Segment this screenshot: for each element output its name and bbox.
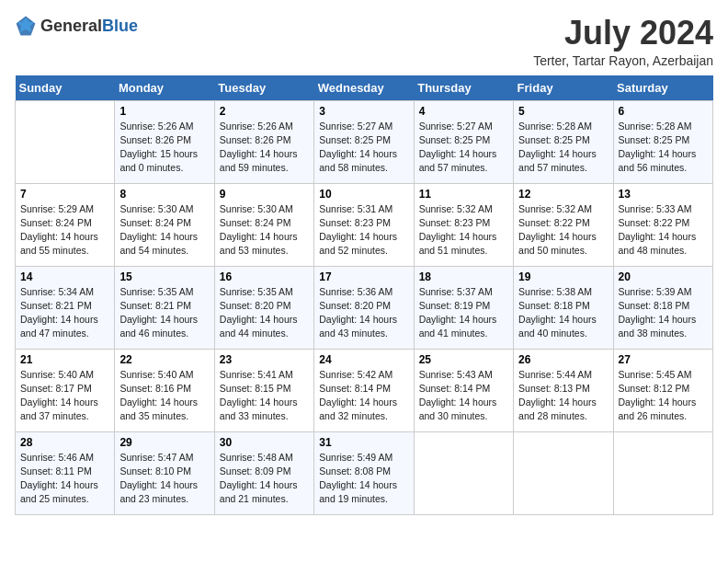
calendar-cell: 8Sunrise: 5:30 AMSunset: 8:24 PMDaylight… [115,183,214,266]
weekday-header: Saturday [613,75,712,101]
day-info: Sunrise: 5:33 AMSunset: 8:22 PMDaylight:… [619,203,697,257]
calendar-cell: 18Sunrise: 5:37 AMSunset: 8:19 PMDayligh… [414,266,513,349]
day-info: Sunrise: 5:32 AMSunset: 8:23 PMDaylight:… [419,203,497,257]
calendar-cell: 2Sunrise: 5:26 AMSunset: 8:26 PMDaylight… [214,100,313,183]
day-number: 12 [518,188,608,201]
calendar-cell: 12Sunrise: 5:32 AMSunset: 8:22 PMDayligh… [514,183,613,266]
day-info: Sunrise: 5:27 AMSunset: 8:25 PMDaylight:… [419,121,497,174]
day-info: Sunrise: 5:26 AMSunset: 8:26 PMDaylight:… [220,121,298,174]
day-info: Sunrise: 5:36 AMSunset: 8:20 PMDaylight:… [319,286,397,339]
calendar-cell: 25Sunrise: 5:43 AMSunset: 8:14 PMDayligh… [414,349,513,431]
calendar-cell: 9Sunrise: 5:30 AMSunset: 8:24 PMDaylight… [214,183,313,266]
day-number: 28 [20,436,109,449]
day-number: 6 [619,105,708,118]
calendar-cell: 23Sunrise: 5:41 AMSunset: 8:15 PMDayligh… [214,349,313,431]
calendar-cell: 31Sunrise: 5:49 AMSunset: 8:08 PMDayligh… [314,431,414,514]
day-info: Sunrise: 5:31 AMSunset: 8:23 PMDaylight:… [319,203,397,257]
day-number: 1 [119,105,209,118]
calendar-cell: 10Sunrise: 5:31 AMSunset: 8:23 PMDayligh… [314,183,414,266]
title-area: July 2024 Terter, Tartar Rayon, Azerbaij… [533,15,713,68]
day-number: 30 [220,436,309,449]
day-number: 3 [319,105,408,118]
day-info: Sunrise: 5:46 AMSunset: 8:11 PMDaylight:… [20,452,98,505]
day-number: 8 [119,188,209,201]
calendar-cell: 7Sunrise: 5:29 AMSunset: 8:24 PMDaylight… [16,183,115,266]
day-info: Sunrise: 5:28 AMSunset: 8:25 PMDaylight:… [619,121,697,174]
calendar-week-row: 21Sunrise: 5:40 AMSunset: 8:17 PMDayligh… [16,349,713,431]
day-info: Sunrise: 5:45 AMSunset: 8:12 PMDaylight:… [619,369,697,422]
calendar-cell: 19Sunrise: 5:38 AMSunset: 8:18 PMDayligh… [514,266,613,349]
day-number: 31 [319,436,408,449]
weekday-header: Tuesday [214,75,313,101]
day-info: Sunrise: 5:37 AMSunset: 8:19 PMDaylight:… [419,286,497,339]
logo-text-general: General [40,17,102,35]
day-number: 26 [518,353,608,366]
day-number: 22 [119,353,209,366]
day-info: Sunrise: 5:29 AMSunset: 8:24 PMDaylight:… [20,203,98,257]
day-info: Sunrise: 5:47 AMSunset: 8:10 PMDaylight:… [119,452,198,505]
calendar-week-row: 1Sunrise: 5:26 AMSunset: 8:26 PMDaylight… [16,100,713,183]
day-number: 17 [319,270,408,283]
calendar-cell: 17Sunrise: 5:36 AMSunset: 8:20 PMDayligh… [314,266,414,349]
day-info: Sunrise: 5:26 AMSunset: 8:26 PMDaylight:… [119,121,198,174]
weekday-header: Wednesday [314,75,414,101]
day-info: Sunrise: 5:30 AMSunset: 8:24 PMDaylight:… [119,203,198,257]
day-info: Sunrise: 5:44 AMSunset: 8:13 PMDaylight:… [518,369,597,422]
day-info: Sunrise: 5:40 AMSunset: 8:16 PMDaylight:… [119,369,198,422]
day-info: Sunrise: 5:49 AMSunset: 8:08 PMDaylight:… [319,452,397,505]
calendar-cell [414,431,513,514]
calendar-cell: 11Sunrise: 5:32 AMSunset: 8:23 PMDayligh… [414,183,513,266]
day-info: Sunrise: 5:34 AMSunset: 8:21 PMDaylight:… [20,286,98,339]
calendar-cell: 14Sunrise: 5:34 AMSunset: 8:21 PMDayligh… [16,266,115,349]
calendar-week-row: 14Sunrise: 5:34 AMSunset: 8:21 PMDayligh… [16,266,713,349]
day-info: Sunrise: 5:38 AMSunset: 8:18 PMDaylight:… [518,286,597,339]
calendar-cell: 20Sunrise: 5:39 AMSunset: 8:18 PMDayligh… [613,266,712,349]
logo: GeneralBlue [15,15,138,37]
day-number: 14 [20,270,109,283]
weekday-header-row: SundayMondayTuesdayWednesdayThursdayFrid… [16,75,713,101]
day-number: 7 [20,188,109,201]
calendar-cell [16,100,115,183]
day-info: Sunrise: 5:35 AMSunset: 8:21 PMDaylight:… [119,286,198,339]
calendar-cell: 27Sunrise: 5:45 AMSunset: 8:12 PMDayligh… [613,349,712,431]
day-info: Sunrise: 5:41 AMSunset: 8:15 PMDaylight:… [220,369,298,422]
calendar-cell: 6Sunrise: 5:28 AMSunset: 8:25 PMDaylight… [613,100,712,183]
calendar-cell: 28Sunrise: 5:46 AMSunset: 8:11 PMDayligh… [16,431,115,514]
calendar-cell: 16Sunrise: 5:35 AMSunset: 8:20 PMDayligh… [214,266,313,349]
calendar-week-row: 7Sunrise: 5:29 AMSunset: 8:24 PMDaylight… [16,183,713,266]
day-number: 23 [220,353,309,366]
calendar-cell: 26Sunrise: 5:44 AMSunset: 8:13 PMDayligh… [514,349,613,431]
day-number: 18 [419,270,508,283]
calendar-cell: 22Sunrise: 5:40 AMSunset: 8:16 PMDayligh… [115,349,214,431]
day-number: 4 [419,105,508,118]
day-number: 13 [619,188,708,201]
day-info: Sunrise: 5:40 AMSunset: 8:17 PMDaylight:… [20,369,98,422]
day-info: Sunrise: 5:43 AMSunset: 8:14 PMDaylight:… [419,369,497,422]
day-info: Sunrise: 5:48 AMSunset: 8:09 PMDaylight:… [220,452,298,505]
day-number: 21 [20,353,109,366]
calendar-cell: 21Sunrise: 5:40 AMSunset: 8:17 PMDayligh… [16,349,115,431]
day-info: Sunrise: 5:27 AMSunset: 8:25 PMDaylight:… [319,121,397,174]
day-info: Sunrise: 5:32 AMSunset: 8:22 PMDaylight:… [518,203,597,257]
logo-text-blue: Blue [102,17,138,35]
day-number: 15 [119,270,209,283]
main-title: July 2024 [533,15,713,52]
logo-icon [15,15,37,37]
weekday-header: Monday [115,75,214,101]
calendar-cell: 29Sunrise: 5:47 AMSunset: 8:10 PMDayligh… [115,431,214,514]
day-info: Sunrise: 5:35 AMSunset: 8:20 PMDaylight:… [220,286,298,339]
calendar-table: SundayMondayTuesdayWednesdayThursdayFrid… [15,75,713,515]
calendar-cell: 13Sunrise: 5:33 AMSunset: 8:22 PMDayligh… [613,183,712,266]
calendar-cell: 30Sunrise: 5:48 AMSunset: 8:09 PMDayligh… [214,431,313,514]
day-number: 10 [319,188,408,201]
calendar-cell: 4Sunrise: 5:27 AMSunset: 8:25 PMDaylight… [414,100,513,183]
day-number: 29 [119,436,209,449]
calendar-cell: 3Sunrise: 5:27 AMSunset: 8:25 PMDaylight… [314,100,414,183]
calendar-cell: 24Sunrise: 5:42 AMSunset: 8:14 PMDayligh… [314,349,414,431]
calendar-cell [613,431,712,514]
calendar-cell: 5Sunrise: 5:28 AMSunset: 8:25 PMDaylight… [514,100,613,183]
day-info: Sunrise: 5:39 AMSunset: 8:18 PMDaylight:… [619,286,697,339]
day-number: 5 [518,105,608,118]
day-number: 24 [319,353,408,366]
day-number: 25 [419,353,508,366]
